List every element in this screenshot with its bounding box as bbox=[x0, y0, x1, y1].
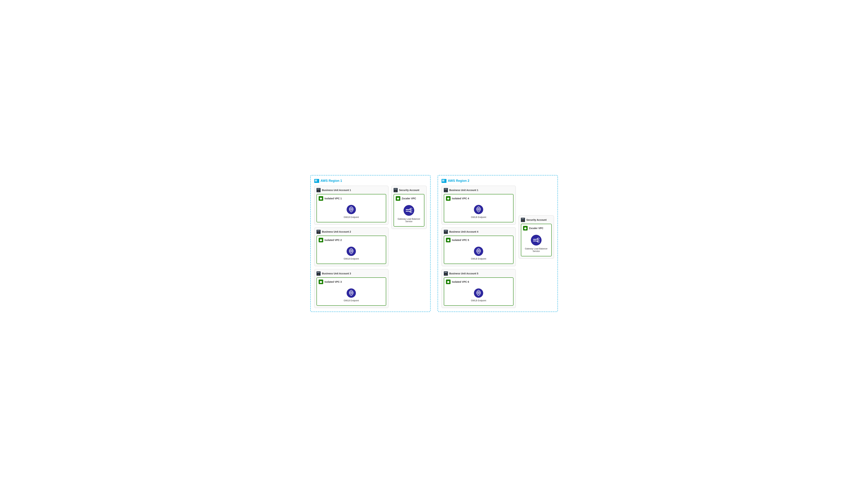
zscaler-vpc-2: Zscaler VPC bbox=[521, 224, 552, 256]
aws-badge-bu6: aws ☺ bbox=[444, 271, 448, 276]
svg-point-100 bbox=[525, 227, 526, 229]
gwlb-service-label-1: Gateway Load Balancer Service bbox=[396, 218, 422, 223]
aws-badge-bu5: aws ☺ bbox=[444, 230, 448, 234]
svg-rect-102 bbox=[533, 239, 536, 240]
region-1-content: aws ☺ Business Unit Account 1 bbox=[314, 186, 427, 308]
svg-point-78 bbox=[447, 239, 449, 240]
vpc-5: Isolated VPC 5 bbox=[444, 236, 514, 264]
cloud-icon-2 bbox=[319, 238, 322, 241]
zscaler-vpc-1-label: Zscaler VPC bbox=[402, 197, 416, 200]
gwlb-endpoint-icon-6 bbox=[473, 288, 484, 298]
account-bu1-label: Business Unit Account 1 bbox=[322, 189, 351, 192]
zscaler-vpc-1-content: Gateway Load Balancer Service bbox=[396, 202, 422, 225]
zscaler-vpc-1-icon bbox=[396, 196, 400, 201]
zscaler-vpc-2-icon bbox=[523, 226, 528, 230]
vpc-1-icon bbox=[319, 196, 323, 201]
svg-point-11 bbox=[351, 209, 352, 210]
gwlb-service-icon-1 bbox=[403, 204, 415, 217]
aws-region-2: AWS Region 2 aws ☺ Business Unit Account… bbox=[438, 175, 558, 312]
cloud-icon-1 bbox=[319, 197, 322, 200]
gwlb-endpoint-icon-5 bbox=[473, 246, 484, 257]
account-bu2-label: Business Unit Account 2 bbox=[322, 230, 351, 233]
svg-point-19 bbox=[320, 239, 322, 240]
gwlb-endpoint-label-2: GWLB Endpoint bbox=[344, 258, 359, 260]
aws-badge-bu2: aws ☺ bbox=[316, 230, 320, 234]
security-account-1-label: Security Account bbox=[399, 189, 420, 192]
vpc-5-content: GWLB Endpoint bbox=[446, 244, 512, 262]
gwlb-endpoint-label-4: GWLB Endpoint bbox=[471, 216, 486, 219]
vpc-2-header: Isolated VPC 2 bbox=[319, 238, 384, 242]
region-2-left-column: aws ☺ Business Unit Account 1 bbox=[441, 186, 516, 308]
gwlb-endpoint-label-3: GWLB Endpoint bbox=[344, 299, 359, 302]
region-1-flag-icon bbox=[314, 179, 319, 183]
cloud-icon-z1 bbox=[396, 197, 400, 200]
aws-badge-bu1: aws ☺ bbox=[316, 188, 320, 192]
security-account-1-header: aws ☺ Security Account bbox=[394, 188, 424, 192]
vpc-1-content: GWLB Endpoint bbox=[319, 202, 384, 220]
vpc-1: Isolated VPC 1 bbox=[316, 194, 386, 222]
account-bu3-label: Business Unit Account 3 bbox=[322, 272, 351, 275]
aws-region-1: AWS Region 1 aws ☺ Business Unit Account… bbox=[310, 175, 431, 312]
region-1-label: AWS Region 1 bbox=[320, 179, 342, 183]
account-bu2-header: aws ☺ Business Unit Account 2 bbox=[316, 230, 386, 234]
vpc-4-icon bbox=[446, 196, 451, 201]
vpc-2-content: GWLB Endpoint bbox=[319, 244, 384, 262]
account-bu3-header: aws ☺ Business Unit Account 3 bbox=[316, 271, 386, 276]
gwlb-endpoint-icon-1 bbox=[346, 204, 356, 215]
account-bu1: aws ☺ Business Unit Account 1 bbox=[314, 186, 389, 225]
shield-svg-2 bbox=[346, 247, 356, 256]
aws-badge-security2: aws ☺ bbox=[521, 218, 525, 222]
gwlb-service-svg-1 bbox=[403, 205, 415, 216]
region-1-right-column: aws ☺ Security Account bbox=[391, 186, 427, 308]
svg-point-92 bbox=[478, 292, 479, 293]
account-bu4-label: Business Unit Account 1 bbox=[449, 189, 478, 192]
svg-point-81 bbox=[478, 251, 479, 252]
zscaler-vpc-2-content: Gateway Load Balancer Service bbox=[523, 232, 550, 254]
shield-svg-1 bbox=[346, 205, 356, 214]
account-bu1-header: aws ☺ Business Unit Account 1 bbox=[316, 188, 386, 192]
svg-point-41 bbox=[397, 198, 399, 199]
account-bu4: aws ☺ Business Unit Account 1 bbox=[441, 186, 516, 225]
shield-svg-3 bbox=[346, 288, 356, 298]
svg-point-42 bbox=[404, 205, 414, 216]
account-bu6: aws ☺ Business Unit Account 5 bbox=[441, 269, 516, 308]
vpc-4-label: Isolated VPC 4 bbox=[452, 197, 469, 200]
account-bu5: aws ☺ Business Unit Account 4 bbox=[441, 227, 516, 266]
vpc-5-header: Isolated VPC 5 bbox=[446, 238, 512, 242]
vpc-3: Isolated VPC 3 bbox=[316, 278, 386, 306]
svg-point-67 bbox=[447, 198, 449, 199]
gwlb-service-icon-2 bbox=[530, 234, 542, 247]
security-account-2-label: Security Account bbox=[526, 219, 547, 221]
vpc-5-label: Isolated VPC 5 bbox=[452, 239, 469, 241]
gwlb-service-svg-2 bbox=[530, 234, 542, 246]
region-2-title: AWS Region 2 bbox=[441, 179, 554, 183]
account-bu4-header: aws ☺ Business Unit Account 1 bbox=[444, 188, 514, 192]
vpc-3-content: GWLB Endpoint bbox=[319, 286, 384, 304]
svg-rect-59 bbox=[441, 179, 446, 183]
region-2-label: AWS Region 2 bbox=[448, 179, 469, 183]
shield-svg-6 bbox=[474, 288, 484, 298]
svg-rect-0 bbox=[314, 179, 319, 183]
gwlb-endpoint-icon-4 bbox=[473, 204, 484, 215]
gwlb-endpoint-label-5: GWLB Endpoint bbox=[471, 258, 486, 260]
cloud-icon-5 bbox=[447, 238, 450, 241]
aws-badge-security1: aws ☺ bbox=[394, 188, 398, 192]
region-1-title: AWS Region 1 bbox=[314, 179, 427, 183]
vpc-1-label: Isolated VPC 1 bbox=[324, 197, 342, 200]
security-account-1: aws ☺ Security Account bbox=[391, 186, 427, 229]
region-2-content: aws ☺ Business Unit Account 1 bbox=[441, 186, 554, 308]
account-bu5-label: Business Unit Account 4 bbox=[449, 230, 478, 233]
aws-badge-bu3: aws ☺ bbox=[316, 271, 320, 276]
gwlb-service-label-2: Gateway Load Balancer Service bbox=[523, 248, 550, 253]
svg-point-89 bbox=[447, 281, 449, 282]
account-bu2: aws ☺ Business Unit Account 2 bbox=[314, 227, 389, 266]
account-bu5-header: aws ☺ Business Unit Account 4 bbox=[444, 230, 514, 234]
svg-point-33 bbox=[351, 292, 352, 293]
zscaler-vpc-2-label: Zscaler VPC bbox=[529, 227, 544, 230]
vpc-3-label: Isolated VPC 3 bbox=[324, 280, 342, 283]
account-bu6-header: aws ☺ Business Unit Account 5 bbox=[444, 271, 514, 276]
gwlb-endpoint-icon-2 bbox=[346, 246, 356, 257]
vpc-6-label: Isolated VPC 6 bbox=[452, 280, 469, 283]
vpc-2-icon bbox=[319, 238, 323, 242]
gwlb-endpoint-label-1: GWLB Endpoint bbox=[344, 216, 359, 219]
